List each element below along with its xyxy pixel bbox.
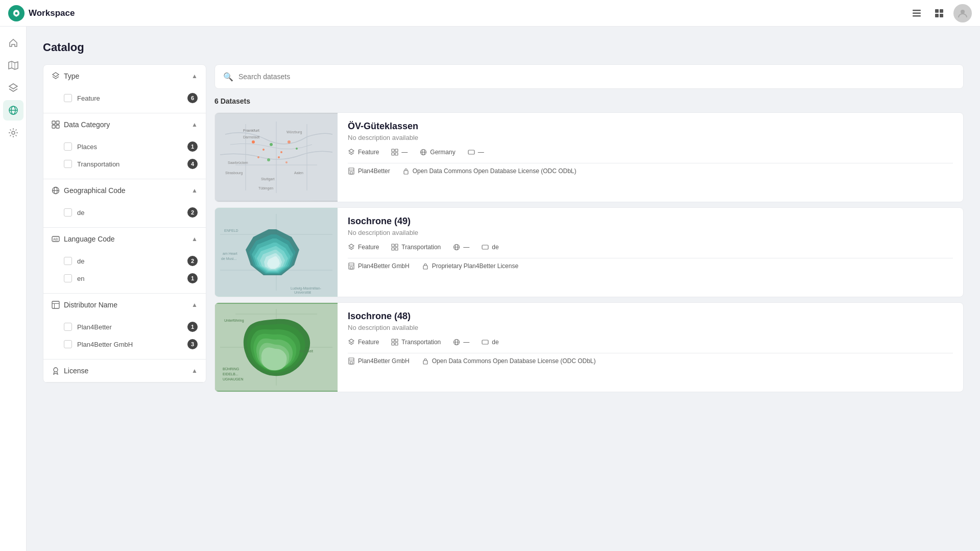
filter-section-category-header[interactable]: Data Category ▲ (43, 113, 206, 136)
dataset-thumb-2: ENFELD am Heart de Musi... Ludwig-Maximi… (215, 208, 338, 297)
results-panel: 🔍 6 Datasets (214, 64, 964, 397)
meta-geo-value-1: Germany (430, 149, 455, 156)
globe-meta-icon-3 (453, 339, 460, 346)
filter-label-lang-en: en (77, 275, 84, 282)
filter-label-geo-de: de (77, 209, 84, 217)
lang-meta-icon-2 (482, 244, 489, 251)
svg-point-1 (15, 12, 18, 14)
user-avatar[interactable] (953, 4, 972, 22)
svg-rect-93 (392, 339, 394, 342)
svg-point-37 (257, 156, 259, 158)
dataset-desc-3: No description available (348, 324, 953, 331)
filter-item-lang-en: en 1 (43, 270, 206, 287)
nav-item-home[interactable] (3, 33, 23, 53)
svg-rect-52 (395, 153, 398, 155)
svg-rect-5 (935, 9, 939, 13)
svg-text:Ludwig-Maximilian-: Ludwig-Maximilian- (291, 286, 322, 291)
svg-rect-59 (350, 172, 352, 174)
badge-lang-en: 1 (187, 273, 198, 283)
meta-distributor-value-3: Plan4Better GmbH (358, 357, 410, 365)
svg-point-38 (267, 158, 270, 161)
svg-rect-101 (349, 358, 354, 364)
svg-rect-104 (423, 361, 427, 364)
svg-rect-19 (52, 125, 55, 128)
nav-item-layers[interactable] (3, 78, 23, 98)
lock-meta-icon-3 (422, 357, 429, 365)
svg-marker-10 (9, 61, 18, 69)
checkbox-lang-de[interactable] (64, 257, 72, 265)
dataset-name-2: Isochrone (49) (348, 216, 953, 227)
meta-divider-1 (348, 163, 953, 163)
svg-rect-82 (482, 245, 488, 249)
meta-row-1a: Feature — (348, 149, 953, 156)
badge-places: 1 (187, 141, 198, 152)
dataset-card-3[interactable]: Unterföhring BÜHRING EIDELB... UGHAUGEN … (214, 302, 964, 392)
grid-meta-icon-3 (391, 339, 398, 346)
lang-meta-icon-3 (482, 339, 489, 346)
svg-point-29 (54, 368, 58, 372)
page: Catalog Type ▲ (27, 27, 980, 551)
svg-rect-77 (392, 248, 394, 250)
filter-type-items: Feature 6 (43, 87, 206, 113)
meta-geo-value-2: — (463, 244, 469, 251)
checkbox-feature[interactable] (64, 94, 72, 102)
dataset-info-3: Isochrone (48) No description available … (338, 303, 963, 392)
meta-license-1: Open Data Commons Open Database License … (402, 167, 577, 175)
filter-item-transportation: Transportation 4 (43, 155, 206, 173)
meta-type-value-3: Feature (358, 339, 379, 346)
filter-section-license-header[interactable]: License ▲ (43, 360, 206, 382)
search-input[interactable] (238, 73, 955, 81)
meta-type-value-2: Feature (358, 244, 379, 251)
checkbox-geo-de[interactable] (64, 208, 72, 217)
svg-rect-57 (349, 168, 354, 174)
checkbox-plan4better-gmbh[interactable] (64, 340, 72, 348)
meta-row-2b: Plan4Better GmbH Proprietary Plan4Better… (348, 262, 953, 270)
checkbox-lang-en[interactable] (64, 274, 72, 282)
badge-lang-de: 2 (187, 256, 198, 266)
map-thumbnail-2: ENFELD am Heart de Musi... Ludwig-Maximi… (215, 208, 338, 297)
meta-lang-1: — (468, 149, 484, 156)
badge-transportation: 4 (187, 159, 198, 169)
layers-filter-icon (52, 72, 60, 80)
badge-plan4better: 1 (187, 322, 198, 332)
meta-category-value-3: Transportation (401, 339, 441, 346)
meta-geo-3: — (453, 339, 469, 346)
filter-lang-items: de 2 en 1 (43, 250, 206, 293)
svg-rect-3 (913, 12, 921, 14)
svg-point-33 (270, 143, 273, 146)
svg-rect-7 (935, 14, 939, 17)
dataset-info-1: ÖV-Güteklassen No description available … (338, 113, 963, 202)
filter-item-plan4better-gmbh: Plan4Better GmbH 3 (43, 336, 206, 353)
dataset-card-2[interactable]: ENFELD am Heart de Musi... Ludwig-Maximi… (214, 207, 964, 297)
filter-section-geo-header[interactable]: Geographical Code ▲ (43, 179, 206, 202)
badge-feature: 6 (187, 93, 198, 103)
filter-section-license: License ▲ (43, 360, 206, 382)
dataset-name-3: Isochrone (48) (348, 311, 953, 322)
checkbox-plan4better[interactable] (64, 323, 72, 331)
dataset-card-1[interactable]: Frankfurt Darmstadt Würzburg Saarbrücken… (214, 112, 964, 202)
svg-rect-96 (395, 343, 398, 345)
building-meta-icon-2 (348, 262, 355, 270)
checkbox-transportation[interactable] (64, 160, 72, 168)
filter-section-lang-header[interactable]: AB Language Code ▲ (43, 228, 206, 250)
nav-item-map[interactable] (3, 55, 23, 76)
svg-text:Stuttgart: Stuttgart (261, 177, 275, 181)
lang-meta-icon-1 (468, 149, 475, 156)
meta-category-1: — (391, 149, 408, 156)
filter-section-type-header[interactable]: Type ▲ (43, 65, 206, 87)
checkbox-places[interactable] (64, 142, 72, 151)
filter-item-places: Places 1 (43, 138, 206, 155)
filter-category-label: Data Category (64, 121, 110, 129)
nav-item-globe[interactable] (3, 100, 23, 121)
meta-divider-3 (348, 353, 953, 353)
list-view-button[interactable] (909, 5, 925, 21)
svg-rect-103 (350, 362, 352, 364)
logo: Workspace (8, 5, 75, 21)
filter-section-distributor: Distributor Name ▲ Plan4Better 1 (43, 294, 206, 360)
grid-view-button[interactable] (931, 5, 947, 21)
nav-item-settings[interactable] (3, 123, 23, 143)
svg-text:Tübingen: Tübingen (258, 186, 273, 190)
filter-section-distributor-header[interactable]: Distributor Name ▲ (43, 294, 206, 316)
svg-rect-100 (482, 340, 488, 344)
page-title: Catalog (43, 41, 964, 54)
